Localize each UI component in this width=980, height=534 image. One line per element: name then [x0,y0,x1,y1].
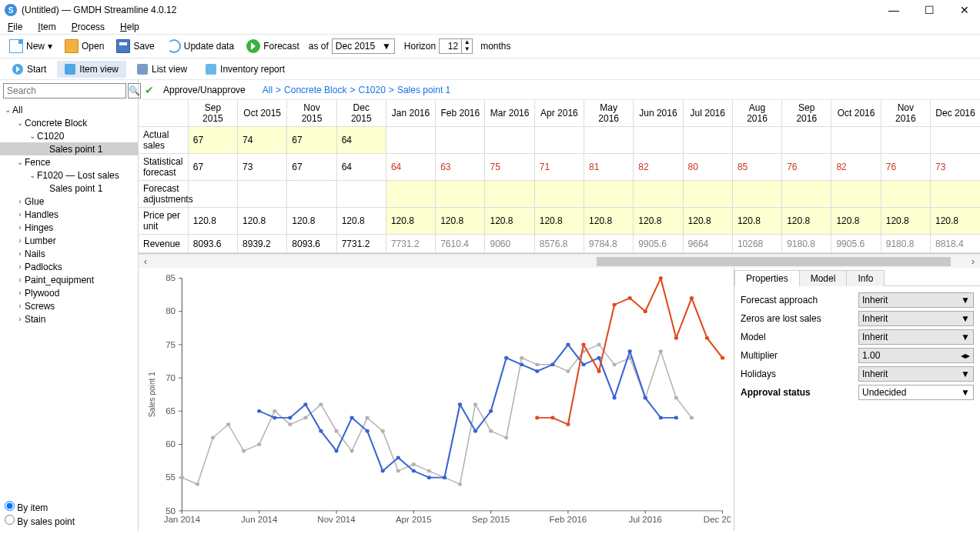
cell[interactable] [287,181,336,208]
cell[interactable]: 120.8 [683,208,732,235]
dropdown-icon[interactable]: ▾ [48,41,52,52]
cell[interactable] [485,127,534,154]
cell[interactable] [831,181,881,208]
cell[interactable] [634,127,683,154]
cell[interactable] [436,127,485,154]
property-field[interactable]: 1.00◂▸ [858,348,974,363]
cell[interactable] [931,127,981,154]
cell[interactable]: 7610.4 [436,235,485,253]
radio-by-sales-point[interactable]: By sales point [5,514,133,528]
cell[interactable]: 120.8 [386,208,435,235]
menu-help[interactable]: Help [120,22,139,32]
cell[interactable] [732,127,781,154]
tree-item[interactable]: ›Glue [0,195,138,208]
tree-item[interactable]: ⌄All [0,103,138,116]
cell[interactable]: 67 [287,127,336,154]
tree-item[interactable]: ›Hinges [0,221,138,234]
property-field[interactable]: Inherit▼ [858,366,974,382]
cell[interactable]: 64 [386,154,435,181]
cell[interactable] [584,181,634,208]
scroll-thumb[interactable] [597,257,951,266]
breadcrumb-link[interactable]: C1020 [358,85,385,95]
cell[interactable]: 9180.8 [782,235,831,253]
tree-item[interactable]: ›Lumber [0,234,138,247]
properties-tab[interactable]: Info [846,270,885,286]
tree-item[interactable]: ›Handles [0,208,138,221]
radio-by-item[interactable]: By item [5,500,133,514]
breadcrumb-link[interactable]: Concrete Block [284,85,346,95]
property-field[interactable]: Undecided▼ [858,385,974,400]
cell[interactable] [386,181,435,208]
cell[interactable]: 120.8 [634,208,683,235]
cell[interactable] [931,181,981,208]
cell[interactable]: 9905.6 [634,235,683,253]
properties-tab[interactable]: Model [799,270,848,286]
new-button[interactable]: New ▾ [5,36,57,56]
cell[interactable] [881,181,930,208]
cell[interactable]: 120.8 [584,208,634,235]
cell[interactable]: 120.8 [287,208,336,235]
cell[interactable]: 82 [634,154,683,181]
cell[interactable]: 64 [336,127,386,154]
close-button[interactable]: ✕ [957,2,972,18]
cell[interactable]: 85 [732,154,781,181]
spin-down-icon[interactable]: ▼ [462,46,472,53]
tree-item[interactable]: ›Plywood [0,286,138,299]
cell[interactable]: 76 [881,154,930,181]
menu-process[interactable]: Process [72,22,105,32]
cell[interactable] [436,181,485,208]
cell[interactable] [831,127,881,154]
cell[interactable]: 120.8 [782,208,831,235]
cell[interactable]: 8093.6 [287,235,336,253]
save-button[interactable]: Save [112,36,159,56]
update-data-button[interactable]: Update data [162,36,239,56]
forecast-button[interactable]: Forecast [242,36,304,56]
cell[interactable] [336,181,386,208]
horizon-input[interactable] [440,40,461,52]
cell[interactable]: 120.8 [436,208,485,235]
cell[interactable] [534,127,584,154]
cell[interactable]: 75 [485,154,534,181]
tree-item[interactable]: ›Nails [0,247,138,260]
cell[interactable] [238,181,287,208]
cell[interactable]: 120.8 [188,208,237,235]
minimize-button[interactable]: — [886,2,901,18]
horizon-spinner[interactable]: ▲▼ [439,38,473,54]
tree-item[interactable]: ›Padlocks [0,260,138,273]
cell[interactable]: 80 [683,154,732,181]
cell[interactable]: 120.8 [534,208,584,235]
menu-file[interactable]: File [8,22,22,32]
cell[interactable]: 120.8 [336,208,386,235]
cell[interactable]: 9664 [683,235,732,253]
cell[interactable]: 71 [534,154,584,181]
tree-item[interactable]: ›Screws [0,299,138,312]
asof-dropdown[interactable]: Dec 2015▼ [332,38,395,54]
tree-item[interactable]: Sales point 1 [0,182,138,195]
horizontal-scrollbar[interactable]: ‹ › [139,254,980,268]
cell[interactable] [485,181,534,208]
cell[interactable] [634,181,683,208]
tree-item[interactable]: Sales point 1 [0,142,138,155]
property-field[interactable]: Inherit▼ [858,329,974,345]
tree-item[interactable]: ›Paint_equipment [0,273,138,286]
tab-start[interactable]: Start [5,61,54,78]
cell[interactable]: 9060 [485,235,534,253]
cell[interactable]: 9784.8 [584,235,634,253]
open-button[interactable]: Open [60,36,109,56]
tree-item[interactable]: ›Stain [0,312,138,325]
cell[interactable]: 7731.2 [336,235,386,253]
cell[interactable]: 76 [782,154,831,181]
cell[interactable]: 120.8 [485,208,534,235]
cell[interactable]: 120.8 [238,208,287,235]
cell[interactable]: 9905.6 [831,235,881,253]
item-tree[interactable]: ⌄All⌄Concrete Block⌄C1020Sales point 1⌄F… [0,102,138,497]
cell[interactable]: 8939.2 [238,235,287,253]
search-input[interactable] [3,83,126,98]
property-field[interactable]: Inherit▼ [858,311,974,326]
cell[interactable] [188,181,237,208]
cell[interactable]: 120.8 [831,208,881,235]
cell[interactable]: 8093.6 [188,235,237,253]
cell[interactable]: 63 [436,154,485,181]
cell[interactable]: 81 [584,154,634,181]
tree-item[interactable]: ⌄Fence [0,155,138,169]
